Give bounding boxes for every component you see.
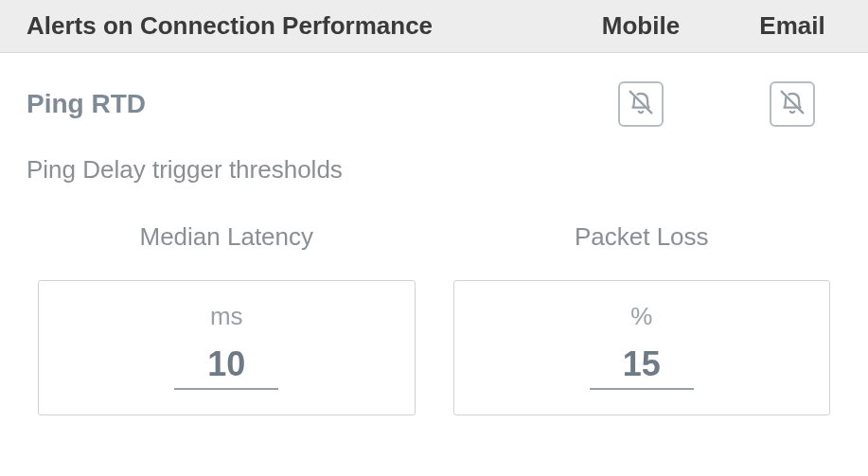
median-latency-box: ms — [38, 280, 416, 415]
mobile-toggle-cell — [565, 81, 717, 127]
packet-loss-block: Packet Loss % — [453, 222, 831, 415]
ping-delay-subtitle: Ping Delay trigger thresholds — [0, 136, 868, 185]
packet-loss-unit: % — [454, 302, 830, 331]
packet-loss-box: % — [453, 280, 831, 415]
median-latency-block: Median Latency ms — [38, 222, 416, 415]
email-toggle-cell — [717, 81, 868, 127]
bell-off-icon — [776, 86, 808, 122]
alerts-header: Alerts on Connection Performance Mobile … — [0, 0, 868, 53]
bell-off-icon — [625, 86, 657, 122]
median-latency-unit: ms — [39, 302, 415, 331]
ping-rtd-title: Ping RTD — [27, 89, 565, 119]
column-header-mobile: Mobile — [565, 11, 717, 41]
email-alert-toggle[interactable] — [770, 81, 815, 127]
median-latency-label: Median Latency — [38, 222, 416, 252]
column-header-email: Email — [717, 11, 868, 41]
ping-rtd-row: Ping RTD — [0, 53, 868, 136]
mobile-alert-toggle[interactable] — [618, 81, 664, 127]
thresholds-row: Median Latency ms Packet Loss % — [0, 185, 868, 415]
alerts-header-title: Alerts on Connection Performance — [27, 11, 565, 41]
packet-loss-label: Packet Loss — [453, 222, 831, 252]
median-latency-input[interactable] — [174, 343, 278, 390]
packet-loss-input[interactable] — [590, 343, 694, 390]
